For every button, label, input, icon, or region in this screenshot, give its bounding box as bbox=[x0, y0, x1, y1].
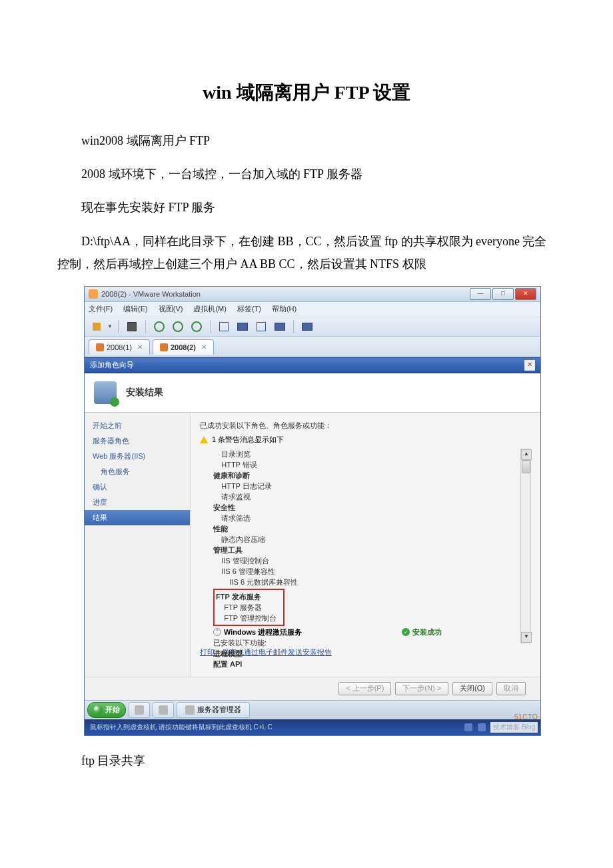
step-confirm[interactable]: 确认 bbox=[85, 479, 190, 495]
menu-view[interactable]: 视图(V) bbox=[159, 304, 183, 314]
tab-close-icon[interactable]: ✕ bbox=[137, 343, 143, 351]
tb-manage-button[interactable] bbox=[189, 319, 205, 334]
maximize-button[interactable]: □ bbox=[492, 288, 514, 300]
menu-bar: 文件(F) 编辑(E) 视图(V) 虚拟机(M) 标签(T) 帮助(H) bbox=[85, 302, 540, 317]
taskbar: 开始 服务器管理器 技术博客 Blog bbox=[85, 700, 540, 719]
toolbar-separator bbox=[145, 320, 146, 333]
paragraph-3: 现在事先安装好 FTP 服务 bbox=[57, 196, 556, 219]
toolbar: ▼ bbox=[85, 317, 540, 337]
vmware-status-bar: 鼠标指针入到虚查核机 请按功能键将鼠标到此虚查核机 C+L C bbox=[85, 719, 540, 735]
scroll-thumb[interactable] bbox=[522, 460, 530, 473]
status-text: 鼠标指针入到虚查核机 请按功能键将鼠标到此虚查核机 C+L C bbox=[90, 723, 273, 732]
step-result[interactable]: 结果 bbox=[85, 510, 190, 525]
taskbar-server-manager[interactable]: 服务器管理器 bbox=[177, 702, 250, 718]
caption: ftp 目录共享 bbox=[57, 749, 556, 772]
paragraph-2: 2008 域环境下，一台域控，一台加入域的 FTP 服务器 bbox=[57, 163, 556, 185]
vm-tab-icon bbox=[96, 343, 104, 351]
tb-view2-button[interactable] bbox=[235, 319, 251, 334]
wizard-content: www.docx.com 已成功安装以下角色、角色服务或功能： 1 条警告消息显… bbox=[191, 413, 540, 677]
status-icon bbox=[464, 723, 472, 731]
vmware-icon bbox=[89, 289, 98, 299]
wizard-button-bar: < 上一步(P) 下一步(N) > 关闭(O) 取消 51CTO bbox=[85, 677, 540, 700]
wizard-titlebar-text: 添加角色向导 bbox=[90, 360, 134, 370]
step-before[interactable]: 开始之前 bbox=[85, 418, 190, 433]
tab-bar: 2008(1) ✕ 2008(2) ✕ bbox=[85, 337, 540, 357]
ftp-highlight-box: FTP 发布服务 FTP 服务器 FTP 管理控制台 bbox=[213, 589, 285, 626]
vm-tab-icon bbox=[160, 343, 168, 351]
window-title: 2008(2) - VMware Workstation bbox=[101, 290, 201, 298]
wizard-body: 开始之前 服务器角色 Web 服务器(IIS) 角色服务 确认 进度 结果 ww… bbox=[85, 413, 540, 677]
tb-power-button[interactable] bbox=[89, 319, 105, 334]
result-tree: 目录浏览 HTTP 错误 健康和诊断 HTTP 日志记录 请求监视 安全性 请求… bbox=[200, 449, 531, 642]
doc-title: win 域隔离用户 FTP 设置 bbox=[57, 80, 556, 105]
installed-label: 已成功安装以下角色、角色服务或功能： bbox=[200, 421, 531, 431]
step-progress[interactable]: 进度 bbox=[85, 495, 190, 510]
was-row: ⌃ Windows 进程激活服务 ✓ 安装成功 bbox=[213, 627, 531, 637]
taskbar-quick2[interactable] bbox=[153, 702, 174, 718]
wizard-header-title: 安装结果 bbox=[126, 387, 163, 399]
menu-file[interactable]: 文件(F) bbox=[89, 304, 113, 314]
menu-help[interactable]: 帮助(H) bbox=[272, 304, 297, 314]
warning-icon bbox=[200, 436, 208, 443]
server-role-icon bbox=[94, 381, 117, 404]
server-manager-icon bbox=[185, 705, 195, 715]
step-web-server[interactable]: Web 服务器(IIS) bbox=[85, 449, 190, 464]
toolbar-separator bbox=[118, 320, 119, 333]
wizard-steps: 开始之前 服务器角色 Web 服务器(IIS) 角色服务 确认 进度 结果 bbox=[85, 413, 191, 677]
brand-blog: 技术博客 Blog bbox=[490, 722, 538, 733]
window-titlebar[interactable]: 2008(2) - VMware Workstation — □ ✕ bbox=[85, 287, 540, 302]
step-role-services[interactable]: 角色服务 bbox=[85, 464, 190, 479]
start-button[interactable]: 开始 bbox=[87, 702, 126, 718]
wizard-header: 安装结果 bbox=[85, 373, 540, 413]
menu-edit[interactable]: 编辑(E) bbox=[123, 304, 148, 314]
paragraph-4: D:\ftp\AA，同样在此目录下，在创建 BB，CC，然后设置 ftp 的共享… bbox=[57, 230, 556, 275]
status-icon bbox=[478, 723, 486, 731]
scroll-down-button[interactable]: ▼ bbox=[521, 632, 532, 643]
tb-view4-button[interactable] bbox=[272, 319, 288, 334]
menu-vm[interactable]: 虚拟机(M) bbox=[193, 304, 227, 314]
brand-label: 51CTO bbox=[514, 713, 538, 721]
cancel-button[interactable]: 取消 bbox=[496, 682, 526, 695]
tab-2008-1[interactable]: 2008(1) ✕ bbox=[89, 339, 150, 355]
taskbar-quick1[interactable] bbox=[129, 702, 150, 718]
step-server-roles[interactable]: 服务器角色 bbox=[85, 433, 190, 449]
vmware-window: 2008(2) - VMware Workstation — □ ✕ 文件(F)… bbox=[84, 286, 541, 736]
tb-fullscreen-button[interactable] bbox=[299, 319, 315, 334]
prev-button[interactable]: < 上一步(P) bbox=[338, 682, 391, 695]
collapse-icon[interactable]: ⌃ bbox=[213, 628, 221, 636]
wizard-titlebar[interactable]: 添加角色向导 ✕ bbox=[85, 357, 540, 373]
close-button[interactable]: ✕ bbox=[515, 288, 536, 300]
success-text: 安装成功 bbox=[412, 627, 442, 637]
toolbar-separator bbox=[293, 320, 294, 333]
tb-revert-button[interactable] bbox=[170, 319, 186, 334]
minimize-button[interactable]: — bbox=[470, 288, 491, 300]
success-icon: ✓ bbox=[402, 628, 410, 636]
func-label: 已安装以下功能: bbox=[213, 637, 531, 648]
next-button[interactable]: 下一步(N) > bbox=[395, 682, 448, 695]
paragraph-1: win2008 域隔离用户 FTP bbox=[57, 129, 556, 152]
tb-snapshot-button[interactable] bbox=[151, 319, 167, 334]
tab-close-icon[interactable]: ✕ bbox=[201, 343, 207, 351]
tab-2008-2[interactable]: 2008(2) ✕ bbox=[153, 339, 214, 355]
tb-view1-button[interactable] bbox=[216, 319, 232, 334]
tb-view3-button[interactable] bbox=[253, 319, 269, 334]
warning-row: 1 条警告消息显示如下 bbox=[200, 435, 531, 445]
close-button2[interactable]: 关闭(O) bbox=[452, 682, 492, 695]
warning-text: 1 条警告消息显示如下 bbox=[212, 435, 284, 445]
menu-tabs[interactable]: 标签(T) bbox=[237, 304, 261, 314]
wizard-close-button[interactable]: ✕ bbox=[524, 360, 535, 371]
toolbar-separator bbox=[210, 320, 211, 333]
scrollbar[interactable]: ▲ ▼ bbox=[520, 449, 531, 643]
scroll-up-button[interactable]: ▲ bbox=[521, 449, 532, 460]
tb-chip-button[interactable] bbox=[124, 319, 140, 334]
